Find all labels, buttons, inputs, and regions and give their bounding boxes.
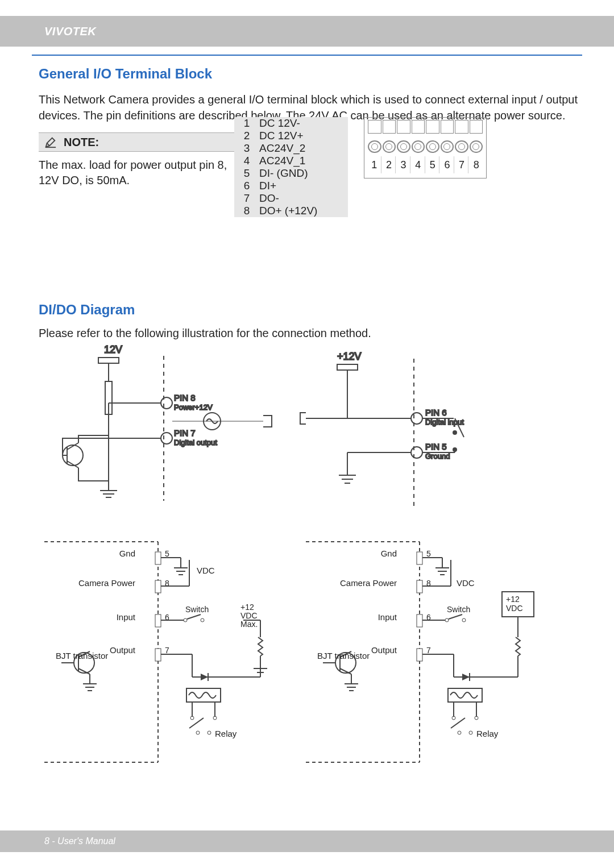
label-max12c-left: Max. xyxy=(240,620,258,629)
footer-bar: 8 - User's Manual xyxy=(0,830,614,852)
section-title-io-block: General I/O Terminal Block xyxy=(39,66,578,82)
header-rule xyxy=(32,55,582,56)
label-pin7-sub: Digital output xyxy=(174,438,217,447)
svg-point-16 xyxy=(161,397,172,409)
label-switch-right: Switch xyxy=(447,605,470,614)
label-gnd-right: Gnd xyxy=(381,549,397,558)
section-body-dido: Please refer to the following illustrati… xyxy=(39,326,578,342)
label-input-left: Input xyxy=(117,612,136,622)
diagram-upper: 12V xyxy=(39,342,578,529)
table-row: 3AC24V_2 xyxy=(234,142,348,155)
diagram-lower: Gnd 5 Camera Power 8 VDC Input 6 Switch … xyxy=(39,529,578,779)
header-bar: VIVOTEK xyxy=(0,16,614,47)
label-p7-right: 7 xyxy=(426,646,431,655)
svg-rect-1 xyxy=(98,358,119,363)
label-pin8-sub: Power+12V xyxy=(174,403,213,412)
label-12v: 12V xyxy=(104,344,122,355)
table-row: 7DO- xyxy=(234,192,348,205)
terminal-num: 4 xyxy=(412,156,425,173)
label-relay-right: Relay xyxy=(476,729,499,738)
terminal-num: 6 xyxy=(441,156,454,173)
table-row: 6DI+ xyxy=(234,180,348,192)
label-bjt-right: BJT transistor xyxy=(317,651,370,661)
note-body: The max. load for power output pin 8, 12… xyxy=(39,152,239,188)
label-pin5-sub: Ground xyxy=(425,452,450,460)
svg-point-17 xyxy=(161,433,172,444)
footer-text: 8 - User's Manual xyxy=(44,836,115,846)
terminal-num: 3 xyxy=(397,156,410,173)
label-p6-left: 6 xyxy=(165,613,169,622)
note-label: NOTE: xyxy=(64,136,99,149)
label-input-right: Input xyxy=(378,612,397,622)
terminal-num: 1 xyxy=(368,156,381,173)
section-title-dido: DI/DO Diagram xyxy=(39,302,578,318)
label-p7-left: 7 xyxy=(165,646,169,655)
table-row: 4AC24V_1 xyxy=(234,155,348,167)
label-output-left: Output xyxy=(110,645,136,655)
table-row: 1DC 12V- xyxy=(234,117,348,130)
svg-point-25 xyxy=(411,413,422,424)
label-vdc-right: VDC xyxy=(457,578,475,588)
label-v12b-right: VDC xyxy=(506,604,523,613)
terminal-num: 8 xyxy=(470,156,483,173)
terminal-block-graphic: 1 2 3 4 5 6 7 8 xyxy=(364,117,487,178)
label-p8-right: 8 xyxy=(426,579,431,588)
svg-rect-22 xyxy=(337,364,358,370)
table-row: 5DI- (GND) xyxy=(234,167,348,180)
label-relay-left: Relay xyxy=(215,729,237,738)
terminal-num: 7 xyxy=(455,156,469,173)
label-campower-left: Camera Power xyxy=(78,578,135,588)
label-pin5: PIN 5 xyxy=(425,442,447,451)
label-campower-right: Camera Power xyxy=(340,578,397,588)
label-max12-left: +12 xyxy=(240,603,254,612)
note-header: NOTE: xyxy=(39,132,239,152)
svg-point-28 xyxy=(453,431,457,434)
label-switch-left: Switch xyxy=(185,605,209,614)
label-max12b-left: VDC xyxy=(240,611,258,620)
label-plus12v: +12V xyxy=(337,351,362,362)
label-p8-left: 8 xyxy=(165,579,169,588)
note-box: NOTE: The max. load for power output pin… xyxy=(39,132,239,188)
label-pin8: PIN 8 xyxy=(174,393,196,402)
pencil-icon xyxy=(44,136,57,148)
label-p6-right: 6 xyxy=(426,613,431,622)
brand-label: VIVOTEK xyxy=(44,25,96,38)
terminal-num: 5 xyxy=(426,156,440,173)
label-pin7: PIN 7 xyxy=(174,428,196,438)
pin-definition-table: 1DC 12V- 2DC 12V+ 3AC24V_2 4AC24V_1 5DI-… xyxy=(234,117,348,217)
label-bjt-left: BJT transistor xyxy=(56,651,108,661)
table-row: 2DC 12V+ xyxy=(234,130,348,142)
label-pin6: PIN 6 xyxy=(425,408,447,417)
terminal-num: 2 xyxy=(383,156,396,173)
label-vdc-left: VDC xyxy=(197,566,215,575)
label-v12a-right: +12 xyxy=(506,595,520,604)
label-p5-left: 5 xyxy=(165,549,169,558)
label-output-right: Output xyxy=(371,645,397,655)
label-p5-right: 5 xyxy=(426,549,431,558)
label-gnd-left: Gnd xyxy=(119,549,135,558)
svg-point-31 xyxy=(411,447,422,458)
table-row: 8DO+ (+12V) xyxy=(234,205,348,217)
